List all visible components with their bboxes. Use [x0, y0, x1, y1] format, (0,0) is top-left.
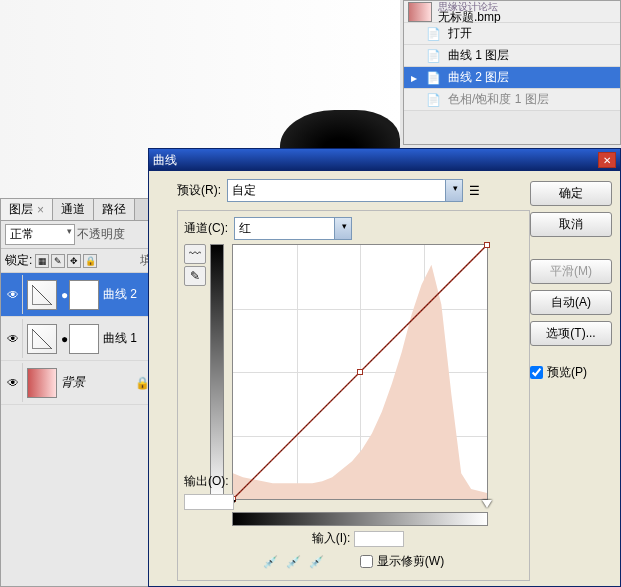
- layer-curves-2[interactable]: 👁 ● 曲线 2: [1, 273, 156, 317]
- document-name: 无标题.bmp: [438, 12, 501, 22]
- curve-point-tool[interactable]: 〰: [184, 244, 206, 264]
- output-label: 输出(O):: [184, 473, 229, 490]
- input-value-field[interactable]: [354, 531, 404, 547]
- layers-blend-row: 正常 不透明度: [1, 221, 156, 249]
- visibility-toggle[interactable]: 👁: [3, 319, 23, 358]
- curves-dialog: 曲线 ✕ 预设(R): 自定▾ ☰ 通道(C): 红▾: [148, 148, 621, 587]
- curve-anchor-white[interactable]: [484, 242, 490, 248]
- tab-channels[interactable]: 通道: [53, 199, 94, 220]
- channel-select[interactable]: 红▾: [234, 217, 352, 240]
- lock-pixels-icon[interactable]: ✎: [51, 254, 65, 268]
- layer-icon: 📄: [424, 91, 442, 109]
- layer-curves-1[interactable]: 👁 ● 曲线 1: [1, 317, 156, 361]
- cancel-button[interactable]: 取消: [530, 212, 612, 237]
- history-step-label: 曲线 2 图层: [448, 69, 509, 86]
- history-step-curves1[interactable]: 📄 曲线 1 图层: [404, 45, 620, 67]
- show-clipping-checkbox[interactable]: [360, 555, 373, 568]
- preview-label: 预览(P): [547, 364, 587, 381]
- lock-transparency-icon[interactable]: ▦: [35, 254, 49, 268]
- layer-thumb[interactable]: [27, 368, 57, 398]
- tab-paths[interactable]: 路径: [94, 199, 135, 220]
- layer-icon: 📄: [424, 69, 442, 87]
- history-step-label: 色相/饱和度 1 图层: [448, 91, 549, 108]
- show-clipping-label: 显示修剪(W): [377, 553, 444, 570]
- auto-button[interactable]: 自动(A): [530, 290, 612, 315]
- eyedropper-gray-icon[interactable]: 💉: [286, 555, 301, 569]
- layer-icon: 📄: [424, 47, 442, 65]
- history-step-open[interactable]: 📄 打开: [404, 23, 620, 45]
- history-step-label: 曲线 1 图层: [448, 47, 509, 64]
- input-label: 输入(I):: [312, 530, 351, 547]
- layers-lock-row: 锁定: ▦ ✎ ✥ 🔒 填: [1, 249, 156, 273]
- panel-tabs: 图层× 通道 路径: [1, 199, 156, 221]
- lock-position-icon[interactable]: ✥: [67, 254, 81, 268]
- input-gradient: [232, 512, 488, 526]
- close-button[interactable]: ✕: [598, 152, 616, 168]
- dialog-titlebar[interactable]: 曲线 ✕: [149, 149, 620, 171]
- document-thumb: [408, 2, 432, 22]
- output-value-field[interactable]: [184, 494, 234, 510]
- lock-label: 锁定:: [5, 252, 32, 269]
- layer-background[interactable]: 👁 背景 🔒: [1, 361, 156, 405]
- layer-mask-thumb[interactable]: [69, 324, 99, 354]
- history-step-huesat[interactable]: 📄 色相/饱和度 1 图层: [404, 89, 620, 111]
- open-icon: 📄: [424, 25, 442, 43]
- options-button[interactable]: 选项(T)...: [530, 321, 612, 346]
- eyedropper-white-icon[interactable]: 💉: [309, 555, 324, 569]
- layer-mask-thumb[interactable]: [69, 280, 99, 310]
- close-icon[interactable]: ×: [37, 203, 44, 217]
- opacity-label: 不透明度: [77, 226, 125, 243]
- adjustment-thumb[interactable]: [27, 324, 57, 354]
- curve-pencil-tool[interactable]: ✎: [184, 266, 206, 286]
- eyedropper-black-icon[interactable]: 💉: [263, 555, 278, 569]
- history-step-curves2[interactable]: ▸ 📄 曲线 2 图层: [404, 67, 620, 89]
- adjustment-thumb[interactable]: [27, 280, 57, 310]
- layer-name: 背景: [61, 374, 85, 391]
- white-point-slider[interactable]: [482, 500, 492, 508]
- visibility-toggle[interactable]: 👁: [3, 275, 23, 314]
- lock-all-icon[interactable]: 🔒: [83, 254, 97, 268]
- layer-name: 曲线 1: [103, 330, 137, 347]
- curve-grid[interactable]: [232, 244, 488, 500]
- history-current-marker: ▸: [406, 71, 422, 85]
- blend-mode-select[interactable]: 正常: [5, 224, 75, 245]
- preset-select[interactable]: 自定▾: [227, 179, 463, 202]
- lock-icons: ▦ ✎ ✥ 🔒: [35, 254, 97, 268]
- history-panel: 思缘设计论坛 无标题.bmp 📄 打开 📄 曲线 1 图层 ▸ 📄 曲线 2 图…: [403, 0, 621, 145]
- layers-panel: 图层× 通道 路径 正常 不透明度 锁定: ▦ ✎ ✥ 🔒 填 👁 ● 曲线 2…: [0, 198, 156, 587]
- ok-button[interactable]: 确定: [530, 181, 612, 206]
- preset-label: 预设(R):: [177, 182, 221, 199]
- dialog-title: 曲线: [153, 152, 177, 169]
- smooth-button[interactable]: 平滑(M): [530, 259, 612, 284]
- visibility-toggle[interactable]: 👁: [3, 363, 23, 402]
- history-document-row[interactable]: 思缘设计论坛 无标题.bmp: [404, 1, 620, 23]
- channel-label: 通道(C):: [184, 220, 228, 237]
- curve-anchor-mid[interactable]: [357, 369, 363, 375]
- tab-layers[interactable]: 图层×: [1, 199, 53, 220]
- history-step-label: 打开: [448, 25, 472, 42]
- output-gradient: [210, 244, 224, 500]
- layer-name: 曲线 2: [103, 286, 137, 303]
- preview-checkbox[interactable]: [530, 366, 543, 379]
- preset-menu-icon[interactable]: ☰: [469, 184, 480, 198]
